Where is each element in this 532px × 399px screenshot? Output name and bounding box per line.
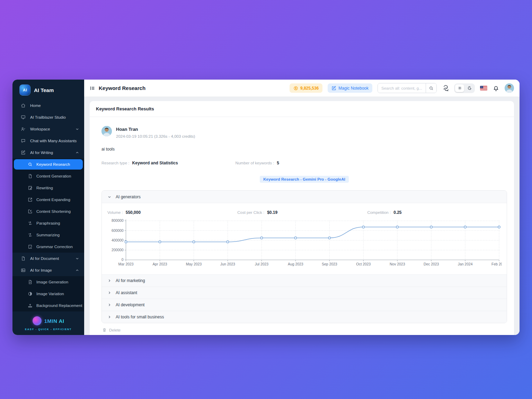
result-meta-row: Research type : Keyword and Statistics N… bbox=[101, 161, 507, 165]
main-area: Keyword Research 9,825,536 Magic Noteboo… bbox=[84, 80, 520, 335]
accordion-label: AI assistant bbox=[116, 290, 137, 295]
sidebar-item-ai-for-image[interactable]: AI for Image bbox=[12, 264, 84, 276]
svg-text:Jan 2024: Jan 2024 bbox=[458, 262, 473, 266]
file-pen-icon bbox=[28, 185, 33, 190]
chevron-right-icon bbox=[107, 303, 112, 307]
sidebar-item-content-shortening[interactable]: Content Shortening bbox=[12, 206, 84, 217]
image-submenu: Image Generation Image Variation Backgro… bbox=[12, 276, 84, 311]
sidebar-item-rewriting[interactable]: Rewriting bbox=[12, 182, 84, 194]
user-avatar[interactable] bbox=[505, 83, 514, 93]
chevron-up-icon bbox=[75, 151, 79, 155]
trash-icon bbox=[102, 328, 107, 332]
file-image-icon bbox=[28, 280, 33, 284]
expand-square-icon bbox=[28, 197, 33, 202]
app-name: AI Team bbox=[34, 87, 54, 93]
dark-mode-button[interactable] bbox=[465, 84, 474, 92]
sidebar-item-label: Summarizing bbox=[36, 233, 60, 237]
model-badge[interactable]: Keyword Research - Gemini Pro - GoogleAI bbox=[260, 176, 348, 183]
accordion-label: AI development bbox=[116, 302, 144, 307]
svg-text:200000: 200000 bbox=[112, 248, 124, 252]
sidebar-item-paraphrasing[interactable]: Paraphrasing bbox=[12, 217, 84, 229]
feedback-chat-icon[interactable] bbox=[442, 85, 449, 92]
volume-value: 550,000 bbox=[126, 210, 141, 215]
magic-notebook-label: Magic Notebook bbox=[338, 86, 369, 91]
sidebar-item-summarizing[interactable]: Summarizing bbox=[12, 229, 84, 241]
result-query: ai tools bbox=[101, 147, 507, 152]
sidebar-item-label: AI for Image bbox=[30, 268, 71, 272]
collapse-arrows-icon bbox=[28, 233, 33, 237]
result-user-row: Hoan Tran 2024-03-19 10:05:21 (3.326s - … bbox=[101, 126, 507, 138]
credits-badge[interactable]: 9,825,536 bbox=[290, 83, 322, 93]
accordion-ai-assistant[interactable]: AI assistant bbox=[102, 287, 507, 299]
app-window: AI AI Team Home AI Trailblazer Studio Wo… bbox=[12, 80, 520, 335]
accordion-ai-tools-small-business[interactable]: AI tools for small business bbox=[102, 311, 507, 323]
volume-chart-wrap: 0200000400000600000800000Mar 2023Apr 202… bbox=[107, 218, 502, 272]
sidebar-item-label: Home bbox=[30, 103, 79, 108]
sidebar-item-home[interactable]: Home bbox=[12, 100, 84, 111]
page-title-wrap: Keyword Research bbox=[90, 85, 145, 91]
accordion-ai-generators[interactable]: AI generators bbox=[102, 191, 507, 203]
pencil-square-icon bbox=[21, 150, 26, 155]
accordion-label: AI tools for small business bbox=[116, 315, 164, 319]
brand-name: 1MIN AI bbox=[44, 318, 64, 324]
app-logo[interactable]: AI AI Team bbox=[12, 80, 84, 100]
results-card: Keyword Research Results Hoan Tran 2024-… bbox=[90, 101, 514, 335]
cpc-value: $0.19 bbox=[267, 210, 277, 215]
sidebar-item-ai-for-writing[interactable]: AI for Writing bbox=[12, 147, 84, 158]
page-title: Keyword Research bbox=[99, 85, 145, 91]
chevron-right-icon bbox=[107, 291, 112, 295]
sidebar-item-keyword-research[interactable]: Keyword Research bbox=[14, 159, 83, 170]
sidebar-item-content-expanding[interactable]: Content Expanding bbox=[12, 194, 84, 206]
replace-upload-icon bbox=[28, 303, 33, 308]
sidebar-item-image-generation[interactable]: Image Generation bbox=[12, 276, 84, 288]
accordion-ai-for-marketing[interactable]: AI for marketing bbox=[102, 274, 507, 287]
sidebar-item-label: AI Trailblazer Studio bbox=[30, 115, 79, 119]
svg-text:Sep 2023: Sep 2023 bbox=[322, 262, 337, 266]
list-outdent-icon[interactable] bbox=[90, 85, 95, 91]
sidebar-item-chat-many-assistants[interactable]: Chat with Many Assistants bbox=[12, 135, 84, 147]
sidebar-item-label: Content Generation bbox=[36, 174, 71, 178]
image-icon bbox=[21, 268, 26, 273]
app-logo-icon: AI bbox=[19, 84, 30, 96]
writing-submenu: Keyword Research Content Generation Rewr… bbox=[12, 158, 84, 253]
chevron-down-icon bbox=[75, 127, 79, 131]
sidebar-item-grammar-correction[interactable]: Grammar Correction bbox=[12, 241, 84, 253]
global-search bbox=[378, 83, 437, 93]
svg-text:Nov 2023: Nov 2023 bbox=[390, 262, 405, 266]
sidebar-item-label: Grammar Correction bbox=[36, 245, 73, 249]
delete-button[interactable]: Delete bbox=[102, 328, 507, 332]
sidebar-item-trailblazer-studio[interactable]: AI Trailblazer Studio bbox=[12, 111, 84, 123]
sidebar-item-label: Paraphrasing bbox=[36, 221, 60, 225]
keywords-count-label: Number of keywords : bbox=[235, 161, 274, 165]
svg-text:Feb 2024: Feb 2024 bbox=[491, 262, 502, 266]
research-type-label: Research type : bbox=[101, 161, 130, 165]
sidebar-item-label: Content Shortening bbox=[36, 209, 71, 214]
research-type-value: Keyword and Statistics bbox=[132, 161, 178, 165]
sidebar-item-label: Content Expanding bbox=[36, 198, 70, 202]
sidebar-item-label: AI for Writing bbox=[30, 151, 71, 155]
language-flag-us[interactable] bbox=[480, 86, 487, 91]
svg-text:May 2023: May 2023 bbox=[186, 262, 202, 266]
sidebar-item-ai-for-document[interactable]: AI for Document bbox=[12, 253, 84, 264]
chevron-down-icon bbox=[107, 195, 112, 199]
notebook-pen-icon bbox=[331, 86, 336, 91]
search-button[interactable] bbox=[426, 83, 436, 93]
sidebar-item-label: Keyword Research bbox=[36, 162, 70, 166]
search-input[interactable] bbox=[378, 83, 426, 93]
svg-text:Apr 2023: Apr 2023 bbox=[152, 262, 167, 266]
keyword-stats-row: Volume : 550,000 Cost per Click : $0.19 … bbox=[107, 208, 502, 216]
sidebar-item-workspace[interactable]: Workspace bbox=[12, 123, 84, 135]
notifications-bell-icon[interactable] bbox=[493, 85, 499, 92]
sidebar-item-image-variation[interactable]: Image Variation bbox=[12, 288, 84, 300]
svg-text:Jul 2023: Jul 2023 bbox=[255, 262, 269, 266]
cpc-label: Cost per Click : bbox=[237, 210, 264, 215]
accordion-ai-development[interactable]: AI development bbox=[102, 299, 507, 311]
sidebar-item-background-replacement[interactable]: Background Replacement bbox=[12, 300, 84, 311]
document-icon bbox=[21, 256, 26, 261]
magic-notebook-button[interactable]: Magic Notebook bbox=[328, 83, 372, 93]
light-mode-button[interactable] bbox=[455, 84, 464, 92]
volume-label: Volume : bbox=[107, 210, 123, 215]
chevron-down-icon bbox=[75, 256, 79, 261]
keyword-accordion-group: AI generators Volume : 550,000 Cost per … bbox=[101, 190, 507, 323]
sidebar-item-content-generation[interactable]: Content Generation bbox=[12, 170, 84, 182]
